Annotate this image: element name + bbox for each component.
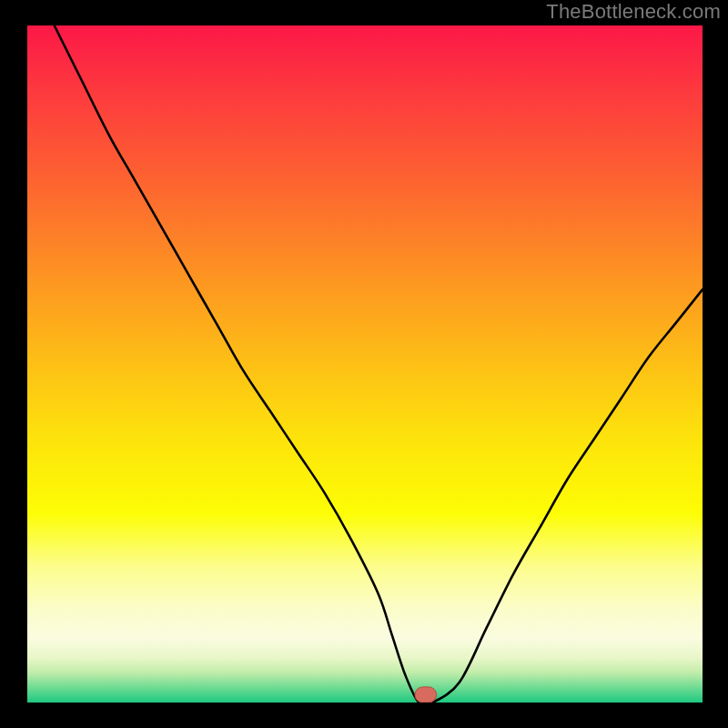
plot-area	[27, 25, 703, 703]
chart-frame: TheBottleneck.com	[0, 0, 728, 728]
optimal-point-marker	[415, 687, 437, 703]
gradient-background	[27, 25, 703, 703]
bottleneck-curve-chart	[27, 25, 703, 703]
watermark-text: TheBottleneck.com	[546, 0, 721, 24]
